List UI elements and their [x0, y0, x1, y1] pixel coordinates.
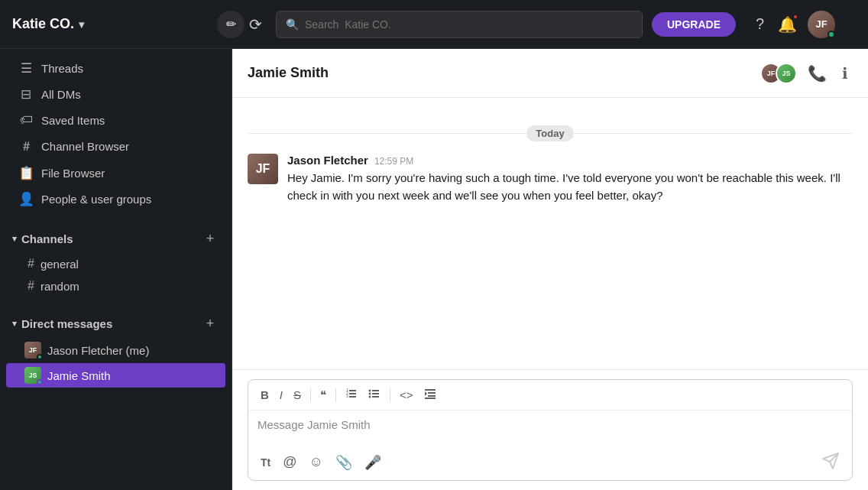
- dm-avatar-jamie: JS: [24, 367, 41, 384]
- topbar-center: ⟳ 🔍 UPGRADE ? 🔔 JF: [245, 11, 856, 38]
- msg-text-1: Hey Jamie. I'm sorry you're having such …: [287, 170, 853, 204]
- ordered-list-button[interactable]: 123: [341, 385, 362, 405]
- sidebar-item-people-label: People & user groups: [41, 193, 151, 206]
- upgrade-button[interactable]: UPGRADE: [652, 12, 736, 37]
- svg-point-11: [369, 396, 371, 398]
- svg-rect-12: [425, 389, 436, 391]
- user-avatar-wrapper[interactable]: JF: [808, 11, 835, 38]
- input-actions-left: Tt @ ☺ 📎 🎤: [256, 451, 386, 474]
- sidebar-item-channel-browser-label: Channel Browser: [41, 140, 129, 153]
- chat-header-actions: JF JS 📞 ℹ: [760, 61, 853, 86]
- italic-button[interactable]: I: [275, 385, 287, 404]
- workspace-name-button[interactable]: Katie CO. ▾: [12, 16, 84, 32]
- channels-section: ▾ Channels + # general # random: [0, 219, 232, 303]
- dm-section-title: ▾ Direct messages: [12, 317, 112, 330]
- input-box: B I S ❝ 123 <>: [248, 379, 853, 481]
- chat-messages: Today JF Jason Fletcher 12:59 PM Hey Jam…: [232, 98, 868, 369]
- svg-rect-1: [349, 393, 356, 394]
- search-bar[interactable]: 🔍: [276, 11, 643, 38]
- dm-status-jamie: [37, 379, 43, 385]
- dm-section-header[interactable]: ▾ Direct messages +: [0, 310, 232, 337]
- notification-button[interactable]: 🔔: [775, 12, 800, 37]
- channels-section-label: Channels: [21, 232, 73, 245]
- msg-avatar-jason: JF: [248, 154, 278, 184]
- svg-rect-14: [428, 395, 436, 397]
- edit-button[interactable]: ✏: [217, 11, 245, 38]
- svg-rect-13: [428, 392, 436, 394]
- bold-button[interactable]: B: [256, 385, 274, 404]
- quote-button[interactable]: ❝: [316, 385, 331, 405]
- header-avatars: JF JS: [760, 63, 797, 84]
- svg-rect-7: [372, 393, 379, 394]
- dm-item-jamie[interactable]: JS Jamie Smith: [6, 363, 225, 388]
- toolbar-divider-1: [310, 388, 311, 402]
- sidebar: ☰ Threads ⊟ All DMs 🏷 Saved Items ＃ Chan…: [0, 49, 232, 490]
- workspace-name-label: Katie CO.: [12, 16, 74, 32]
- threads-icon: ☰: [18, 60, 34, 76]
- info-button[interactable]: ℹ: [837, 61, 853, 86]
- add-channel-button[interactable]: +: [201, 229, 219, 248]
- input-toolbar: B I S ❝ 123 <>: [248, 380, 852, 410]
- svg-text:3: 3: [346, 394, 348, 398]
- strikethrough-button[interactable]: S: [289, 385, 306, 404]
- dm-name-jason: Jason Fletcher (me): [47, 344, 149, 357]
- channels-section-header[interactable]: ▾ Channels +: [0, 225, 232, 252]
- user-status-dot: [828, 31, 835, 38]
- sidebar-item-file-browser[interactable]: 📋 File Browser: [6, 161, 225, 186]
- search-icon: 🔍: [286, 18, 299, 31]
- chat-header: Jamie Smith JF JS 📞 ℹ: [232, 49, 868, 98]
- msg-content-1: Jason Fletcher 12:59 PM Hey Jamie. I'm s…: [287, 154, 853, 204]
- date-label: Today: [526, 125, 573, 141]
- sidebar-item-file-browser-label: File Browser: [41, 167, 105, 180]
- topbar: Katie CO. ▾ ✏ ⟳ 🔍 UPGRADE ? 🔔 JF: [0, 0, 868, 49]
- sidebar-item-saved[interactable]: 🏷 Saved Items: [6, 108, 225, 132]
- sidebar-item-people[interactable]: 👤 People & user groups: [6, 187, 225, 212]
- message-input-placeholder[interactable]: Message Jamie Smith: [248, 410, 852, 444]
- mention-button[interactable]: @: [278, 451, 301, 473]
- date-divider: Today: [248, 125, 853, 141]
- direct-messages-section: ▾ Direct messages + JF Jason Fletcher (m…: [0, 303, 232, 394]
- sidebar-nav: ☰ Threads ⊟ All DMs 🏷 Saved Items ＃ Chan…: [0, 49, 232, 219]
- message-input-area: B I S ❝ 123 <>: [232, 369, 868, 490]
- msg-header-1: Jason Fletcher 12:59 PM: [287, 154, 853, 167]
- sidebar-item-threads[interactable]: ☰ Threads: [6, 56, 225, 81]
- chat-area: Jamie Smith JF JS 📞 ℹ Today JF: [232, 49, 868, 490]
- msg-sender-1: Jason Fletcher: [287, 154, 368, 167]
- header-avatar-jamie: JS: [776, 63, 797, 84]
- channel-hash-icon-2: #: [28, 279, 34, 293]
- svg-rect-2: [349, 396, 356, 398]
- channel-item-general[interactable]: # general: [6, 253, 225, 274]
- help-icon: ?: [756, 15, 764, 32]
- emoji-button[interactable]: ☺: [305, 451, 328, 473]
- svg-point-10: [369, 393, 371, 395]
- dm-item-jason[interactable]: JF Jason Fletcher (me): [6, 338, 225, 362]
- channels-chevron-icon: ▾: [12, 234, 17, 244]
- history-button[interactable]: ⟳: [245, 11, 267, 38]
- file-browser-icon: 📋: [18, 165, 34, 181]
- sidebar-item-all-dms[interactable]: ⊟ All DMs: [6, 82, 225, 107]
- people-icon: 👤: [18, 191, 34, 207]
- sidebar-item-channel-browser[interactable]: ＃ Channel Browser: [6, 133, 225, 160]
- main-content: ☰ Threads ⊟ All DMs 🏷 Saved Items ＃ Chan…: [0, 49, 868, 490]
- sidebar-item-saved-label: Saved Items: [41, 114, 105, 127]
- send-button[interactable]: [817, 449, 844, 475]
- text-format-button[interactable]: Tt: [256, 453, 275, 472]
- saved-icon: 🏷: [18, 112, 34, 128]
- attach-button[interactable]: 📎: [331, 451, 357, 474]
- dm-status-jason: [37, 354, 43, 360]
- chat-title: Jamie Smith: [248, 65, 329, 81]
- add-dm-button[interactable]: +: [201, 314, 219, 333]
- search-input[interactable]: [305, 18, 633, 31]
- voice-button[interactable]: 🎤: [360, 451, 386, 474]
- sidebar-item-all-dms-label: All DMs: [41, 88, 81, 101]
- channel-item-random[interactable]: # random: [6, 275, 225, 297]
- call-button[interactable]: 📞: [803, 61, 831, 86]
- help-button[interactable]: ?: [753, 12, 767, 36]
- dm-section-label: Direct messages: [21, 317, 112, 330]
- indent-button[interactable]: [419, 385, 441, 405]
- workspace-chevron-icon: ▾: [79, 18, 84, 31]
- code-button[interactable]: <>: [395, 385, 418, 404]
- unordered-list-button[interactable]: [364, 385, 385, 405]
- input-actions: Tt @ ☺ 📎 🎤: [248, 444, 852, 480]
- channel-hash-icon: #: [28, 257, 34, 271]
